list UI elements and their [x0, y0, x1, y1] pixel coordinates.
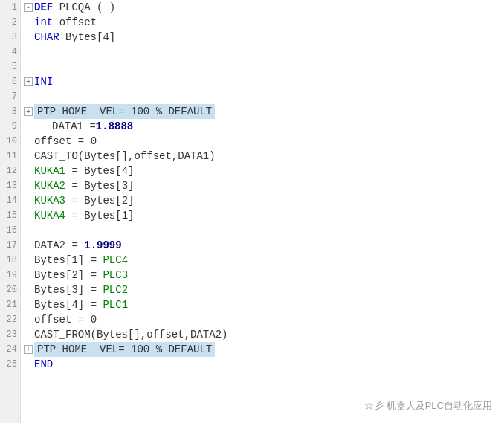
line-num-9: 9	[0, 119, 20, 134]
plc1: PLC1	[103, 297, 128, 312]
equals: =	[78, 312, 84, 327]
line-14: KUKA3 = Bytes[2]	[24, 193, 504, 208]
line-2: int offset	[24, 15, 504, 30]
var-kuka1: KUKA1	[34, 164, 65, 178]
line-4	[24, 45, 504, 59]
line-num-17: 17	[0, 238, 20, 253]
line-num-5: 5	[0, 59, 20, 74]
keyword-def: DEF	[34, 0, 53, 15]
line-num-3: 3	[0, 30, 20, 45]
collapse-btn-ptp1[interactable]: +	[24, 107, 33, 116]
line-17: DATA2 = 1.9999	[24, 238, 504, 253]
equals: =	[91, 268, 97, 282]
var-offset-2: offset	[34, 312, 71, 327]
var-kuka2: KUKA2	[34, 178, 65, 193]
line-num-18: 18	[0, 253, 20, 268]
line-num-15: 15	[0, 208, 20, 223]
line-15: KUKA4 = Bytes[1]	[24, 208, 504, 223]
ptp-block-2: PTP HOME VEL= 100 % DEFAULT	[34, 342, 215, 357]
func-cast-from: CAST_FROM(Bytes[],offset,DATA2)	[34, 327, 227, 342]
paren: ( )	[97, 0, 115, 15]
bytes4: Bytes[4]	[84, 164, 134, 178]
line-22: offset = 0	[24, 312, 504, 327]
equals: =	[78, 134, 84, 149]
line-16	[24, 223, 504, 238]
line-num-21: 21	[0, 297, 20, 312]
line-18: Bytes[1] = PLC4	[24, 253, 504, 268]
var-bytes: Bytes[4]	[65, 30, 115, 45]
equals: =	[91, 282, 97, 297]
equals: =	[71, 164, 77, 178]
bytes4-lhs: Bytes[4]	[34, 297, 84, 312]
line-11: CAST_TO(Bytes[],offset,DATA1)	[24, 149, 504, 164]
line-num-2: 2	[0, 15, 20, 30]
code-content: - DEF PLCQA ( ) int offset CHAR Bytes[4]	[21, 0, 504, 423]
keyword-int: int	[34, 15, 53, 30]
line-num-22: 22	[0, 312, 20, 327]
var-data1: DATA1	[52, 119, 83, 134]
func-cast-to: CAST_TO(Bytes[],offset,DATA1)	[34, 149, 216, 164]
keyword-char: CHAR	[34, 30, 59, 45]
func-name: PLCQA	[59, 0, 91, 15]
line-8: + PTP HOME VEL= 100 % DEFAULT	[24, 104, 504, 119]
code-area: 1 2 3 4 5 6 7 8 9 10 11 12 13 14 15 16 1…	[0, 0, 504, 423]
line-1: - DEF PLCQA ( )	[24, 0, 504, 15]
space	[91, 0, 97, 15]
line-num-7: 7	[0, 89, 20, 104]
bytes3: Bytes[3]	[84, 178, 134, 193]
line-23: CAST_FROM(Bytes[],offset,DATA2)	[24, 327, 504, 342]
line-num-1: 1	[0, 0, 20, 15]
bytes1-lhs: Bytes[1]	[34, 253, 84, 268]
bytes2: Bytes[2]	[84, 193, 134, 208]
line-num-25: 25	[0, 357, 20, 372]
var-offset: offset	[59, 15, 97, 30]
line-num-14: 14	[0, 193, 20, 208]
editor-container: 1 2 3 4 5 6 7 8 9 10 11 12 13 14 15 16 1…	[0, 0, 504, 423]
line-25: END	[24, 357, 504, 372]
bytes1: Bytes[1]	[84, 208, 134, 223]
plc3: PLC3	[103, 268, 128, 282]
line-6: + INI	[24, 74, 504, 89]
equals: =	[71, 178, 77, 193]
line-numbers: 1 2 3 4 5 6 7 8 9 10 11 12 13 14 15 16 1…	[0, 0, 21, 423]
line-10: offset = 0	[24, 134, 504, 149]
line-num-10: 10	[0, 134, 20, 149]
line-num-4: 4	[0, 45, 20, 59]
line-num-6: 6	[0, 74, 20, 89]
line-num-20: 20	[0, 282, 20, 297]
zero-1: 0	[91, 134, 97, 149]
line-21: Bytes[4] = PLC1	[24, 297, 504, 312]
plc2: PLC2	[103, 282, 128, 297]
var-offset-1: offset	[34, 134, 71, 149]
line-24: + PTP HOME VEL= 100 % DEFAULT	[24, 342, 504, 357]
line-9: DATA1 = 1.8888	[24, 119, 504, 134]
ptp-block-1: PTP HOME VEL= 100 % DEFAULT	[34, 104, 215, 119]
line-13: KUKA2 = Bytes[3]	[24, 178, 504, 193]
bytes3-lhs: Bytes[3]	[34, 282, 84, 297]
var-kuka4: KUKA4	[34, 208, 65, 223]
collapse-btn-ptp2[interactable]: +	[24, 345, 33, 354]
line-num-16: 16	[0, 223, 20, 238]
var-data2: DATA2	[34, 238, 65, 253]
line-num-13: 13	[0, 178, 20, 193]
collapse-btn-1[interactable]: -	[24, 3, 33, 12]
line-19: Bytes[2] = PLC3	[24, 268, 504, 282]
equals: =	[71, 208, 77, 223]
line-num-8: 8	[0, 104, 20, 119]
watermark-text: 机器人及PLC自动化应用	[387, 400, 492, 411]
var-kuka3: KUKA3	[34, 193, 65, 208]
line-12: KUKA1 = Bytes[4]	[24, 164, 504, 178]
bytes2-lhs: Bytes[2]	[34, 268, 84, 282]
value-1-9999: 1.9999	[84, 238, 121, 253]
line-num-11: 11	[0, 149, 20, 164]
equals: =	[91, 297, 97, 312]
line-7	[24, 89, 504, 104]
collapse-btn-ini[interactable]: +	[24, 77, 33, 86]
equals: =	[91, 253, 97, 268]
line-num-24: 24	[0, 342, 20, 357]
line-num-23: 23	[0, 327, 20, 342]
value-1-8888: 1.8888	[96, 119, 133, 134]
line-5	[24, 59, 504, 74]
zero-2: 0	[91, 312, 97, 327]
space	[53, 0, 59, 15]
